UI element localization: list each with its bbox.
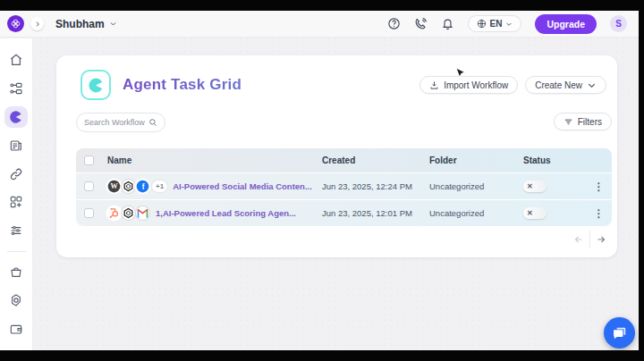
facebook-icon: f <box>136 180 149 193</box>
sidebar-item-apps[interactable] <box>4 191 28 214</box>
page-title: Agent Task Grid <box>123 76 242 94</box>
workflow-folder: Uncategorized <box>429 181 523 191</box>
app-window: Shubham EN Upgrade S <box>0 11 639 350</box>
sidebar-divider <box>7 251 26 252</box>
filters-label: Filters <box>578 117 602 127</box>
agent-grid-icon <box>9 110 23 124</box>
workspace-switcher[interactable]: Shubham <box>55 18 117 30</box>
workflow-created: Jun 23, 2025, 12:24 PM <box>322 181 429 191</box>
sidebar-expand-button[interactable] <box>30 17 44 30</box>
notifications-bell-icon[interactable] <box>441 17 454 30</box>
agent-grid-teal-icon <box>88 77 105 94</box>
svg-text:W: W <box>110 182 117 190</box>
page-icon-badge <box>80 70 111 100</box>
svg-text:f: f <box>142 182 145 191</box>
search-workflow-input-wrap <box>76 113 165 132</box>
column-header-status[interactable]: Status <box>523 155 586 165</box>
row-menu-button[interactable]: ⋮ <box>586 207 612 220</box>
sidebar <box>0 38 33 350</box>
wallet-icon <box>9 322 23 336</box>
sliders-icon <box>9 223 23 238</box>
workspace-name: Shubham <box>55 18 105 30</box>
column-header-folder[interactable]: Folder <box>429 155 523 165</box>
create-new-button[interactable]: Create New <box>525 76 606 94</box>
sidebar-item-preferences[interactable] <box>4 220 28 242</box>
topbar: Shubham EN Upgrade S <box>0 11 639 38</box>
table-header: Name Created Folder Status <box>76 148 612 172</box>
phone-support-icon[interactable] <box>414 17 428 30</box>
marketplace-icon <box>9 264 23 279</box>
agent-task-grid-card: Agent Task Grid Import Workflow Create N… <box>56 55 617 257</box>
workflow-name[interactable]: 1,AI-Powered Lead Scoring Agen... <box>156 208 296 218</box>
arrow-right-icon <box>596 234 606 245</box>
x-icon: ✕ <box>527 209 533 217</box>
sidebar-item-home[interactable] <box>4 49 28 71</box>
download-icon <box>429 80 439 90</box>
row-app-icons <box>107 206 150 220</box>
row-menu-button[interactable]: ⋮ <box>586 180 612 193</box>
chevron-down-icon <box>505 21 513 28</box>
sidebar-item-templates[interactable] <box>4 134 28 156</box>
chevron-down-icon <box>109 20 117 28</box>
filters-button[interactable]: Filters <box>554 113 612 130</box>
select-all-checkbox[interactable] <box>84 155 94 165</box>
wordpress-icon: W <box>107 180 121 193</box>
link-icon <box>9 167 23 181</box>
app-logo-icon[interactable] <box>7 15 24 32</box>
templates-icon <box>9 139 23 153</box>
chat-icon <box>612 325 627 340</box>
status-toggle-off[interactable]: ✕ <box>523 207 547 219</box>
home-icon <box>9 53 23 67</box>
search-workflow-input[interactable] <box>84 118 148 127</box>
workflow-created: Jun 23, 2025, 12:01 PM <box>322 208 429 218</box>
pagination <box>567 231 612 248</box>
status-toggle-off[interactable]: ✕ <box>523 180 547 192</box>
openai-icon <box>122 206 135 220</box>
help-icon[interactable] <box>387 17 401 30</box>
language-selector[interactable]: EN <box>468 15 522 32</box>
chat-widget-button[interactable] <box>604 317 635 348</box>
prev-page-button[interactable] <box>567 231 589 248</box>
chevron-down-icon <box>587 80 597 90</box>
workflow-folder: Uncategorized <box>429 208 523 218</box>
workflow-table: Name Created Folder Status W <box>76 148 612 226</box>
sidebar-item-wallet[interactable] <box>4 317 28 340</box>
gear-icon <box>9 293 23 307</box>
openai-icon <box>122 180 135 193</box>
filter-icon <box>564 117 573 127</box>
language-value: EN <box>490 19 503 29</box>
search-icon <box>148 118 157 127</box>
sidebar-item-marketplace[interactable] <box>4 261 28 283</box>
x-icon: ✕ <box>527 182 533 190</box>
import-workflow-button[interactable]: Import Workflow <box>419 76 518 94</box>
apps-plus-icon <box>9 195 23 209</box>
row-checkbox[interactable] <box>84 181 94 191</box>
row-checkbox[interactable] <box>84 208 94 218</box>
next-page-button[interactable] <box>589 231 612 248</box>
table-row[interactable]: W f +1 AI-Powered Social Media Conten... <box>76 173 612 199</box>
upgrade-button[interactable]: Upgrade <box>535 14 597 34</box>
sidebar-item-connections[interactable] <box>4 163 28 185</box>
hubspot-icon <box>107 206 121 220</box>
globe-icon <box>477 19 487 29</box>
sidebar-item-settings[interactable] <box>4 289 28 311</box>
column-header-created[interactable]: Created <box>322 155 429 165</box>
column-header-name[interactable]: Name <box>101 155 322 165</box>
row-app-icons: W f +1 <box>107 180 167 193</box>
arrow-left-icon <box>573 234 584 245</box>
sidebar-item-workflows[interactable] <box>4 78 28 100</box>
screen: Shubham EN Upgrade S <box>0 0 644 361</box>
table-row[interactable]: 1,AI-Powered Lead Scoring Agen... Jun 23… <box>76 200 612 226</box>
sidebar-item-agent-grid[interactable] <box>4 106 28 129</box>
extra-apps-badge: +1 <box>152 180 167 192</box>
create-new-label: Create New <box>535 80 582 90</box>
workflow-name[interactable]: AI-Powered Social Media Conten... <box>173 181 312 191</box>
workflow-icon <box>9 81 23 96</box>
user-avatar[interactable]: S <box>610 15 627 32</box>
gmail-icon <box>136 206 149 220</box>
import-workflow-label: Import Workflow <box>444 80 508 90</box>
